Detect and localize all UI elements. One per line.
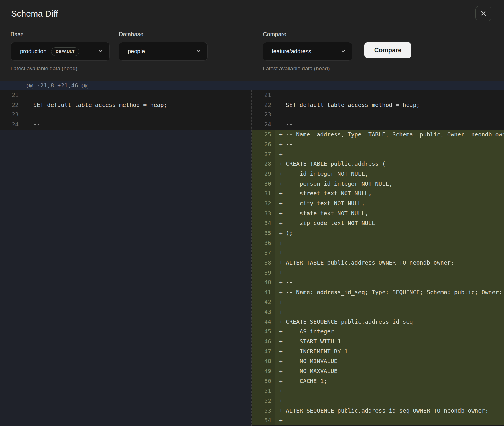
line-number: 41 — [252, 287, 275, 297]
line-text: -- — [286, 121, 293, 128]
diff-marker: + — [279, 396, 286, 406]
line-number: 31 — [252, 189, 275, 198]
line-content: +-- Name: address; Type: TABLE; Schema: … — [275, 130, 504, 140]
diff-row: 35 +); — [252, 228, 504, 238]
line-number: 49 — [252, 366, 275, 376]
page-title: Schema Diff — [11, 9, 58, 19]
diff-marker: + — [279, 169, 286, 179]
compare-branch-select[interactable]: feature/address — [263, 42, 352, 61]
chevron-down-icon — [341, 48, 346, 55]
diff-row: 51 + — [252, 386, 504, 396]
line-content: + city text NOT NULL, — [275, 198, 504, 208]
close-button[interactable] — [475, 6, 491, 21]
diff-row: 49 + NO MAXVALUE — [252, 366, 504, 376]
diff-row: 54 + — [252, 415, 504, 425]
line-number: 24 — [252, 120, 275, 130]
base-hint: Latest available data (head) — [11, 65, 78, 72]
line-number: 23 — [252, 110, 275, 120]
line-content: + — [275, 268, 504, 278]
line-number: 28 — [252, 159, 275, 169]
diff-marker: + — [279, 198, 286, 208]
line-content: SET default_table_access_method = heap; — [22, 100, 251, 110]
base-branch-select[interactable]: production DEFAULT — [11, 42, 110, 61]
diff-row: 28 +CREATE TABLE public.address ( — [252, 159, 504, 169]
line-number: 44 — [252, 317, 275, 327]
line-content: + zip_code text NOT NULL — [275, 218, 504, 228]
line-text: city text NOT NULL, — [286, 200, 365, 207]
line-content — [22, 90, 251, 100]
diff-marker: + — [279, 376, 286, 386]
line-number: 39 — [252, 268, 275, 278]
diff-marker: + — [279, 277, 286, 287]
diff-marker: + — [279, 366, 286, 376]
diff-row: 32 + city text NOT NULL, — [252, 198, 504, 208]
diff-row: 27 + — [252, 149, 504, 159]
diff-row: 41 +-- Name: address_id_seq; Type: SEQUE… — [252, 287, 504, 297]
line-content: +); — [275, 228, 504, 238]
diff-marker: + — [279, 297, 286, 307]
line-number: 25 — [252, 130, 275, 140]
line-number: 52 — [252, 396, 275, 406]
compare-hint: Latest available data (head) — [263, 65, 330, 72]
diff-left-filler — [0, 130, 251, 426]
diff-pane-base: 21 22 SET default_table_access_method = … — [0, 90, 251, 426]
diff-marker: + — [279, 415, 286, 425]
line-number: 42 — [252, 297, 275, 307]
line-content: + state text NOT NULL, — [275, 208, 504, 218]
line-number: 32 — [252, 198, 275, 208]
diff-row: 26 +-- — [252, 139, 504, 149]
line-text: SET default_table_access_method = heap; — [286, 101, 420, 108]
line-number: 40 — [252, 277, 275, 287]
line-content: + — [275, 415, 504, 425]
line-number: 54 — [252, 415, 275, 425]
line-number: 29 — [252, 169, 275, 179]
diff-row: 50 + CACHE 1; — [252, 376, 504, 386]
diff-marker: + — [279, 307, 286, 317]
line-text: CREATE TABLE public.address ( — [286, 160, 385, 167]
database-select[interactable]: people — [119, 42, 208, 61]
line-content — [275, 110, 504, 120]
diff-row: 52 + — [252, 396, 504, 406]
line-number: 24 — [0, 120, 22, 130]
line-content: + CACHE 1; — [275, 376, 504, 386]
line-content: + — [275, 307, 504, 317]
diff-marker: + — [279, 386, 286, 396]
diff-row: 47 + INCREMENT BY 1 — [252, 347, 504, 357]
line-number: 38 — [252, 258, 275, 268]
diff-row: 25 +-- Name: address; Type: TABLE; Schem… — [252, 130, 504, 140]
diff-marker: + — [279, 347, 286, 357]
line-content: + person_id integer NOT NULL, — [275, 179, 504, 189]
line-number: 33 — [252, 208, 275, 218]
line-number: 34 — [252, 218, 275, 228]
line-text: zip_code text NOT NULL — [286, 220, 375, 226]
diff-row: 48 + NO MINVALUE — [252, 356, 504, 366]
line-number: 22 — [252, 100, 275, 110]
diff-row: 53 +ALTER SEQUENCE public.address_id_seq… — [252, 406, 504, 416]
line-text: ALTER SEQUENCE public.address_id_seq OWN… — [286, 407, 488, 414]
diff-viewer[interactable]: @@ -21,8 +21,46 @@ 21 22 SET default_tab… — [0, 81, 504, 426]
diff-row: 23 — [252, 110, 504, 120]
line-text: -- — [286, 298, 293, 305]
line-number: 21 — [0, 90, 22, 100]
line-text: -- — [286, 141, 293, 148]
line-text: CREATE SEQUENCE public.address_id_seq — [286, 318, 413, 325]
diff-row: 22 SET default_table_access_method = hea… — [0, 100, 251, 110]
line-content: +ALTER TABLE public.address OWNER TO neo… — [275, 258, 504, 268]
line-number: 45 — [252, 327, 275, 337]
line-text: NO MINVALUE — [286, 358, 338, 364]
line-content: + — [275, 386, 504, 396]
compare-button[interactable]: Compare — [364, 42, 411, 58]
line-text: SET default_table_access_method = heap; — [33, 101, 167, 108]
diff-row: 31 + street text NOT NULL, — [252, 189, 504, 198]
diff-marker: + — [279, 258, 286, 268]
diff-pane-left-rows: 21 22 SET default_table_access_method = … — [0, 90, 251, 130]
line-number: 22 — [0, 100, 22, 110]
diff-row: 22 SET default_table_access_method = hea… — [252, 100, 504, 110]
diff-row: 33 + state text NOT NULL, — [252, 208, 504, 218]
diff-marker: + — [279, 130, 286, 140]
diff-panes: 21 22 SET default_table_access_method = … — [0, 90, 504, 426]
diff-pane-compare: 21 22 SET default_table_access_method = … — [251, 90, 504, 426]
line-content: + — [275, 396, 504, 406]
base-label: Base — [11, 31, 24, 38]
compare-label: Compare — [263, 31, 286, 38]
